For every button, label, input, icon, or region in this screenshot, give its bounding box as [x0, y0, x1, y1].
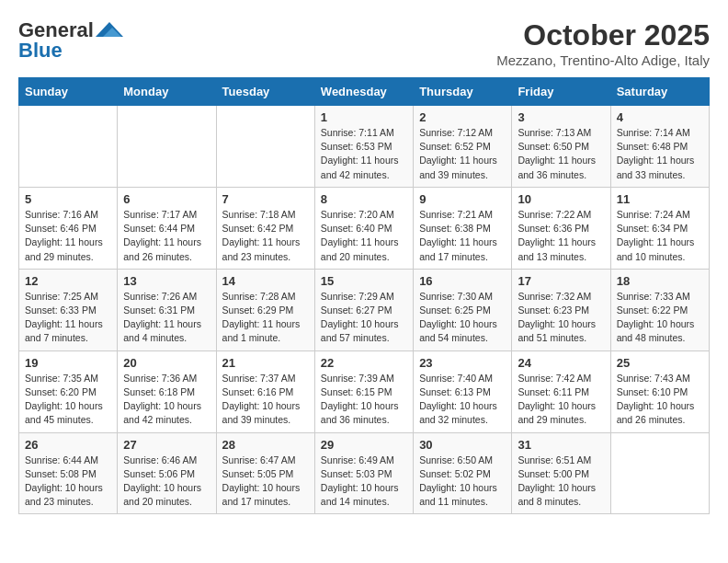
day-cell: 3Sunrise: 7:13 AM Sunset: 6:50 PM Daylig… — [512, 106, 610, 188]
day-number: 9 — [419, 192, 506, 206]
day-cell — [19, 106, 118, 188]
page-header: General Blue October 2025 Mezzano, Trent… — [18, 18, 710, 68]
day-number: 20 — [123, 356, 210, 370]
day-cell: 18Sunrise: 7:33 AM Sunset: 6:22 PM Dayli… — [610, 269, 709, 350]
col-header-wednesday: Wednesday — [314, 78, 413, 106]
day-number: 1 — [321, 110, 407, 124]
title-block: October 2025 Mezzano, Trentino-Alto Adig… — [496, 18, 710, 68]
day-number: 6 — [123, 192, 210, 206]
day-cell: 9Sunrise: 7:21 AM Sunset: 6:38 PM Daylig… — [414, 187, 512, 269]
day-cell: 19Sunrise: 7:35 AM Sunset: 6:20 PM Dayli… — [19, 350, 118, 432]
logo-icon — [96, 20, 123, 40]
day-info: Sunrise: 7:39 AM Sunset: 6:15 PM Dayligh… — [321, 372, 407, 428]
day-info: Sunrise: 7:26 AM Sunset: 6:31 PM Dayligh… — [123, 290, 210, 346]
week-row-2: 5Sunrise: 7:16 AM Sunset: 6:46 PM Daylig… — [19, 187, 710, 269]
day-cell: 31Sunrise: 6:51 AM Sunset: 5:00 PM Dayli… — [512, 432, 610, 514]
day-number: 27 — [123, 438, 210, 452]
day-info: Sunrise: 6:46 AM Sunset: 5:06 PM Dayligh… — [123, 454, 210, 510]
day-number: 8 — [321, 192, 407, 206]
day-cell: 1Sunrise: 7:11 AM Sunset: 6:53 PM Daylig… — [314, 106, 413, 188]
day-number: 22 — [321, 356, 407, 370]
day-info: Sunrise: 7:14 AM Sunset: 6:48 PM Dayligh… — [617, 126, 703, 182]
day-info: Sunrise: 7:43 AM Sunset: 6:10 PM Dayligh… — [617, 372, 703, 428]
day-info: Sunrise: 7:42 AM Sunset: 6:11 PM Dayligh… — [518, 372, 604, 428]
day-number: 7 — [222, 192, 309, 206]
day-cell: 29Sunrise: 6:49 AM Sunset: 5:03 PM Dayli… — [314, 432, 413, 514]
calendar-table: SundayMondayTuesdayWednesdayThursdayFrid… — [18, 77, 710, 514]
day-cell: 2Sunrise: 7:12 AM Sunset: 6:52 PM Daylig… — [414, 106, 512, 188]
day-number: 10 — [518, 192, 604, 206]
day-number: 15 — [321, 274, 407, 288]
day-cell: 12Sunrise: 7:25 AM Sunset: 6:33 PM Dayli… — [19, 269, 118, 350]
day-info: Sunrise: 7:29 AM Sunset: 6:27 PM Dayligh… — [321, 290, 407, 346]
day-number: 25 — [617, 356, 703, 370]
day-cell — [216, 106, 314, 188]
col-header-tuesday: Tuesday — [216, 78, 314, 106]
day-number: 12 — [25, 274, 111, 288]
day-number: 29 — [321, 438, 407, 452]
day-info: Sunrise: 7:16 AM Sunset: 6:46 PM Dayligh… — [25, 208, 111, 264]
day-cell — [118, 106, 216, 188]
day-info: Sunrise: 7:40 AM Sunset: 6:13 PM Dayligh… — [419, 372, 506, 428]
day-cell: 27Sunrise: 6:46 AM Sunset: 5:06 PM Dayli… — [118, 432, 216, 514]
day-number: 19 — [25, 356, 111, 370]
day-info: Sunrise: 7:33 AM Sunset: 6:22 PM Dayligh… — [617, 290, 703, 346]
day-info: Sunrise: 7:22 AM Sunset: 6:36 PM Dayligh… — [518, 208, 604, 264]
logo: General Blue — [18, 18, 123, 63]
day-cell: 28Sunrise: 6:47 AM Sunset: 5:05 PM Dayli… — [216, 432, 314, 514]
day-info: Sunrise: 7:13 AM Sunset: 6:50 PM Dayligh… — [518, 126, 604, 182]
day-cell: 22Sunrise: 7:39 AM Sunset: 6:15 PM Dayli… — [314, 350, 413, 432]
col-header-sunday: Sunday — [19, 78, 118, 106]
day-info: Sunrise: 6:49 AM Sunset: 5:03 PM Dayligh… — [321, 454, 407, 510]
day-cell: 24Sunrise: 7:42 AM Sunset: 6:11 PM Dayli… — [512, 350, 610, 432]
day-info: Sunrise: 6:51 AM Sunset: 5:00 PM Dayligh… — [518, 454, 604, 510]
day-cell: 8Sunrise: 7:20 AM Sunset: 6:40 PM Daylig… — [314, 187, 413, 269]
day-number: 31 — [518, 438, 604, 452]
day-info: Sunrise: 7:35 AM Sunset: 6:20 PM Dayligh… — [25, 372, 111, 428]
day-number: 24 — [518, 356, 604, 370]
day-info: Sunrise: 7:28 AM Sunset: 6:29 PM Dayligh… — [222, 290, 309, 346]
day-info: Sunrise: 7:36 AM Sunset: 6:18 PM Dayligh… — [123, 372, 210, 428]
day-cell: 5Sunrise: 7:16 AM Sunset: 6:46 PM Daylig… — [19, 187, 118, 269]
day-number: 16 — [419, 274, 506, 288]
day-info: Sunrise: 7:32 AM Sunset: 6:23 PM Dayligh… — [518, 290, 604, 346]
day-info: Sunrise: 6:47 AM Sunset: 5:05 PM Dayligh… — [222, 454, 309, 510]
week-row-3: 12Sunrise: 7:25 AM Sunset: 6:33 PM Dayli… — [19, 269, 710, 350]
day-info: Sunrise: 6:50 AM Sunset: 5:02 PM Dayligh… — [419, 454, 506, 510]
month-title: October 2025 — [496, 18, 710, 52]
day-number: 2 — [419, 110, 506, 124]
day-number: 13 — [123, 274, 210, 288]
day-info: Sunrise: 7:24 AM Sunset: 6:34 PM Dayligh… — [617, 208, 703, 264]
day-number: 18 — [617, 274, 703, 288]
day-info: Sunrise: 6:44 AM Sunset: 5:08 PM Dayligh… — [25, 454, 111, 510]
day-cell: 25Sunrise: 7:43 AM Sunset: 6:10 PM Dayli… — [610, 350, 709, 432]
col-header-monday: Monday — [118, 78, 216, 106]
day-cell: 7Sunrise: 7:18 AM Sunset: 6:42 PM Daylig… — [216, 187, 314, 269]
day-info: Sunrise: 7:11 AM Sunset: 6:53 PM Dayligh… — [321, 126, 407, 182]
day-cell: 20Sunrise: 7:36 AM Sunset: 6:18 PM Dayli… — [118, 350, 216, 432]
location-subtitle: Mezzano, Trentino-Alto Adige, Italy — [496, 52, 710, 68]
day-number: 28 — [222, 438, 309, 452]
week-row-1: 1Sunrise: 7:11 AM Sunset: 6:53 PM Daylig… — [19, 106, 710, 188]
day-info: Sunrise: 7:12 AM Sunset: 6:52 PM Dayligh… — [419, 126, 506, 182]
day-cell: 6Sunrise: 7:17 AM Sunset: 6:44 PM Daylig… — [118, 187, 216, 269]
day-cell: 16Sunrise: 7:30 AM Sunset: 6:25 PM Dayli… — [414, 269, 512, 350]
day-number: 11 — [617, 192, 703, 206]
day-cell: 23Sunrise: 7:40 AM Sunset: 6:13 PM Dayli… — [414, 350, 512, 432]
day-number: 30 — [419, 438, 506, 452]
day-cell: 14Sunrise: 7:28 AM Sunset: 6:29 PM Dayli… — [216, 269, 314, 350]
day-number: 5 — [25, 192, 111, 206]
day-info: Sunrise: 7:25 AM Sunset: 6:33 PM Dayligh… — [25, 290, 111, 346]
day-number: 4 — [617, 110, 703, 124]
day-number: 3 — [518, 110, 604, 124]
calendar-header-row: SundayMondayTuesdayWednesdayThursdayFrid… — [19, 78, 710, 106]
day-cell: 17Sunrise: 7:32 AM Sunset: 6:23 PM Dayli… — [512, 269, 610, 350]
day-number: 23 — [419, 356, 506, 370]
day-number: 17 — [518, 274, 604, 288]
week-row-5: 26Sunrise: 6:44 AM Sunset: 5:08 PM Dayli… — [19, 432, 710, 514]
day-cell: 15Sunrise: 7:29 AM Sunset: 6:27 PM Dayli… — [314, 269, 413, 350]
week-row-4: 19Sunrise: 7:35 AM Sunset: 6:20 PM Dayli… — [19, 350, 710, 432]
day-cell: 10Sunrise: 7:22 AM Sunset: 6:36 PM Dayli… — [512, 187, 610, 269]
day-cell: 30Sunrise: 6:50 AM Sunset: 5:02 PM Dayli… — [414, 432, 512, 514]
col-header-friday: Friday — [512, 78, 610, 106]
